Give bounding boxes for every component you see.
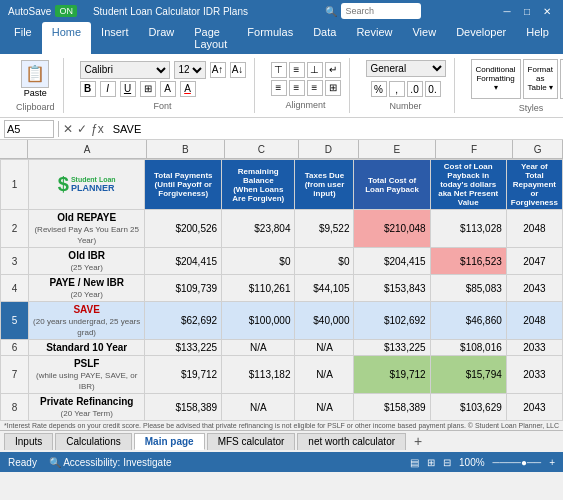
- col-header-f[interactable]: F: [436, 140, 513, 158]
- font-color-btn[interactable]: A: [180, 81, 196, 97]
- cell-repaye-year[interactable]: 2048: [506, 210, 562, 248]
- autosave-toggle[interactable]: ON: [55, 5, 77, 17]
- tab-insert[interactable]: Insert: [91, 22, 139, 54]
- cell-pslf-npv[interactable]: $15,794: [430, 356, 506, 394]
- cell-paye-year[interactable]: 2043: [506, 275, 562, 302]
- cell-repaye-total[interactable]: $210,048: [354, 210, 430, 248]
- cell-pslf-balance[interactable]: $113,182: [222, 356, 295, 394]
- cell-std-payments[interactable]: $133,225: [145, 340, 222, 356]
- cell-save-year[interactable]: 2048: [506, 302, 562, 340]
- cell-paye-payments[interactable]: $109,739: [145, 275, 222, 302]
- increase-decimal-btn[interactable]: .0: [407, 81, 423, 97]
- cell-refi-year[interactable]: 2043: [506, 394, 562, 421]
- tab-inputs[interactable]: Inputs: [4, 433, 53, 450]
- col-header-d[interactable]: D: [299, 140, 359, 158]
- align-right-btn[interactable]: ≡: [307, 80, 323, 96]
- plan-old-ibr[interactable]: Old IBR(25 Year): [29, 248, 145, 275]
- cell-ibr-taxes[interactable]: $0: [295, 248, 354, 275]
- cancel-formula-icon[interactable]: ✕: [63, 122, 73, 136]
- cell-pslf-total[interactable]: $19,712: [354, 356, 430, 394]
- cell-reference-input[interactable]: [4, 120, 54, 138]
- tab-mfs-calculator[interactable]: MFS calculator: [207, 433, 296, 450]
- tab-draw[interactable]: Draw: [139, 22, 185, 54]
- tab-view[interactable]: View: [402, 22, 446, 54]
- cell-refi-balance[interactable]: N/A: [222, 394, 295, 421]
- cell-paye-balance[interactable]: $110,261: [222, 275, 295, 302]
- cell-repaye-npv[interactable]: $113,028: [430, 210, 506, 248]
- tab-page-layout[interactable]: Page Layout: [184, 22, 237, 54]
- cell-paye-npv[interactable]: $85,083: [430, 275, 506, 302]
- plan-save[interactable]: SAVE(20 years undergrad, 25 years grad): [29, 302, 145, 340]
- col-header-a[interactable]: A: [28, 140, 147, 158]
- tab-main-page[interactable]: Main page: [134, 433, 205, 450]
- cell-ibr-total[interactable]: $204,415: [354, 248, 430, 275]
- cell-save-taxes[interactable]: $40,000: [295, 302, 354, 340]
- decrease-font-btn[interactable]: A↓: [230, 62, 246, 78]
- cell-pslf-year[interactable]: 2033: [506, 356, 562, 394]
- plan-standard[interactable]: Standard 10 Year: [29, 340, 145, 356]
- cell-repaye-balance[interactable]: $23,804: [222, 210, 295, 248]
- zoom-in-icon[interactable]: +: [549, 457, 555, 468]
- percent-btn[interactable]: %: [371, 81, 387, 97]
- maximize-btn[interactable]: □: [519, 6, 535, 17]
- bold-btn[interactable]: B: [80, 81, 96, 97]
- view-normal-icon[interactable]: ▤: [410, 457, 419, 468]
- confirm-formula-icon[interactable]: ✓: [77, 122, 87, 136]
- cell-save-balance[interactable]: $100,000: [222, 302, 295, 340]
- tab-net-worth[interactable]: net worth calculator: [297, 433, 406, 450]
- cell-save-npv[interactable]: $46,860: [430, 302, 506, 340]
- tab-home[interactable]: Home: [42, 22, 91, 54]
- search-input[interactable]: [341, 3, 421, 19]
- tab-developer[interactable]: Developer: [446, 22, 516, 54]
- format-as-table-btn[interactable]: Format asTable ▾: [523, 59, 558, 99]
- tab-calculations[interactable]: Calculations: [55, 433, 131, 450]
- underline-btn[interactable]: U: [120, 81, 136, 97]
- align-top-btn[interactable]: ⊤: [271, 62, 287, 78]
- cell-std-taxes[interactable]: N/A: [295, 340, 354, 356]
- tab-acrobat[interactable]: Acrobat: [559, 22, 563, 54]
- add-sheet-btn[interactable]: +: [408, 433, 428, 450]
- tab-file[interactable]: File: [4, 22, 42, 54]
- tab-help[interactable]: Help: [516, 22, 559, 54]
- font-size-select[interactable]: 12: [174, 61, 206, 79]
- cell-repaye-payments[interactable]: $200,526: [145, 210, 222, 248]
- col-header-e[interactable]: E: [359, 140, 436, 158]
- cell-std-npv[interactable]: $108,016: [430, 340, 506, 356]
- insert-function-icon[interactable]: ƒx: [91, 122, 104, 136]
- tab-formulas[interactable]: Formulas: [237, 22, 303, 54]
- cell-ibr-balance[interactable]: $0: [222, 248, 295, 275]
- cell-paye-taxes[interactable]: $44,105: [295, 275, 354, 302]
- cell-refi-payments[interactable]: $158,389: [145, 394, 222, 421]
- align-middle-btn[interactable]: ≡: [289, 62, 305, 78]
- italic-btn[interactable]: I: [100, 81, 116, 97]
- cell-refi-total[interactable]: $158,389: [354, 394, 430, 421]
- cell-ibr-year[interactable]: 2047: [506, 248, 562, 275]
- cell-repaye-taxes[interactable]: $9,522: [295, 210, 354, 248]
- cell-save-payments[interactable]: $62,692: [145, 302, 222, 340]
- cell-std-balance[interactable]: N/A: [222, 340, 295, 356]
- align-left-btn[interactable]: ≡: [271, 80, 287, 96]
- cell-paye-total[interactable]: $153,843: [354, 275, 430, 302]
- conditional-formatting-btn[interactable]: ConditionalFormatting ▾: [471, 59, 521, 99]
- align-bottom-btn[interactable]: ⊥: [307, 62, 323, 78]
- increase-font-btn[interactable]: A↑: [210, 62, 226, 78]
- col-header-c[interactable]: C: [225, 140, 299, 158]
- minimize-btn[interactable]: ─: [499, 6, 515, 17]
- align-center-btn[interactable]: ≡: [289, 80, 305, 96]
- cell-pslf-payments[interactable]: $19,712: [145, 356, 222, 394]
- merge-btn[interactable]: ⊞: [325, 80, 341, 96]
- plan-pslf[interactable]: PSLF(while using PAYE, SAVE, or IBR): [29, 356, 145, 394]
- number-format-select[interactable]: General: [366, 60, 446, 77]
- paste-button[interactable]: 📋 Paste: [21, 60, 49, 98]
- plan-private-refi[interactable]: Private Refinancing(20 Year Term): [29, 394, 145, 421]
- plan-old-repaye[interactable]: Old REPAYE(Revised Pay As You Earn 25 Ye…: [29, 210, 145, 248]
- fill-color-btn[interactable]: A: [160, 81, 176, 97]
- view-layout-icon[interactable]: ⊞: [427, 457, 435, 468]
- cell-std-total[interactable]: $133,225: [354, 340, 430, 356]
- plan-paye[interactable]: PAYE / New IBR(20 Year): [29, 275, 145, 302]
- view-page-icon[interactable]: ⊟: [443, 457, 451, 468]
- cell-refi-taxes[interactable]: N/A: [295, 394, 354, 421]
- tab-data[interactable]: Data: [303, 22, 346, 54]
- cell-pslf-taxes[interactable]: N/A: [295, 356, 354, 394]
- zoom-slider[interactable]: ────●──: [493, 457, 542, 468]
